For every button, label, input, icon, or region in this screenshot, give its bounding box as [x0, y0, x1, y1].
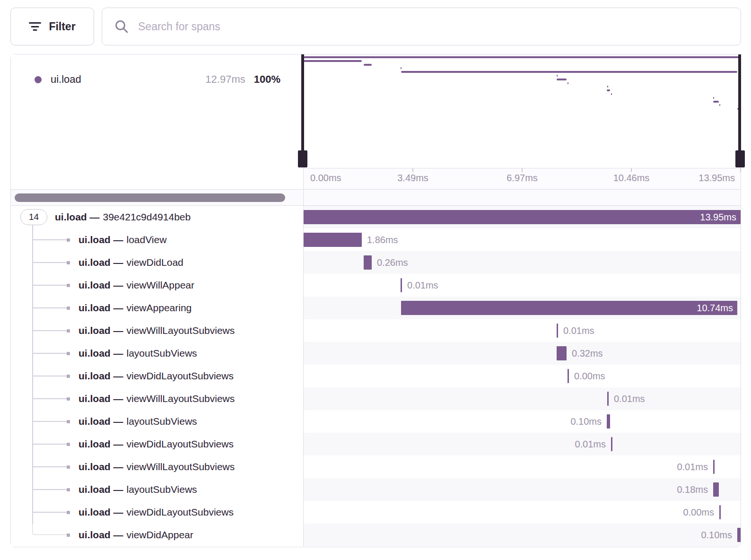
minimap-span-line	[401, 67, 402, 69]
span-op: ui.load —	[79, 484, 123, 495]
span-row[interactable]: ui.load —viewDidAppear0.10ms	[11, 524, 741, 546]
span-duration-label: 0.01ms	[614, 387, 645, 410]
tree-connector-branch	[32, 285, 69, 286]
span-description: viewWillAppear	[127, 280, 195, 291]
tree-connector-corner	[32, 523, 69, 535]
axis-tick-label: 3.49ms	[397, 173, 428, 184]
trace-minimap[interactable]: 0.00ms3.49ms6.97ms10.46ms13.95ms	[304, 54, 741, 189]
span-row[interactable]: ui.load —layoutSubViews0.10ms	[11, 410, 741, 433]
trace-panel: ui.load 12.97ms 100% 0.00ms3.49ms6.97ms1…	[10, 54, 741, 547]
span-row[interactable]: ui.load —viewDidLayoutSubviews0.00ms	[11, 365, 741, 387]
search-input[interactable]	[137, 20, 741, 34]
minimap-span-line	[719, 104, 720, 106]
span-tree-cell: ui.load —layoutSubViews	[11, 410, 304, 433]
span-tree-cell: ui.load —layoutSubViews	[11, 342, 304, 365]
op-color-dot	[35, 76, 42, 83]
span-row[interactable]: ui.load —viewAppearing10.74ms	[11, 297, 741, 319]
span-row[interactable]: ui.load —layoutSubViews0.18ms	[11, 478, 741, 501]
span-op: ui.load —	[79, 348, 123, 359]
span-row[interactable]: ui.load —viewDidLoad0.26ms	[11, 251, 741, 274]
span-description: viewWillLayoutSubviews	[127, 393, 235, 404]
span-description: layoutSubViews	[127, 416, 197, 427]
span-description: viewWillLayoutSubviews	[127, 461, 235, 472]
span-label: ui.load —viewAppearing	[79, 297, 192, 319]
span-bar-cell: 0.01ms	[304, 319, 741, 342]
tree-connector-dot	[67, 443, 70, 446]
tree-connector-dot	[67, 397, 70, 401]
span-bar[interactable]	[737, 528, 741, 542]
span-bar[interactable]	[557, 324, 558, 338]
span-op: ui.load —	[79, 257, 123, 268]
span-duration-label: 0.18ms	[677, 478, 708, 501]
op-name: ui.load	[51, 73, 81, 86]
span-bar[interactable]	[557, 346, 567, 360]
span-bar-cell: 0.10ms	[304, 410, 741, 433]
span-description: layoutSubViews	[127, 484, 197, 495]
span-bar[interactable]	[607, 392, 609, 406]
scrollbar-thumb[interactable]	[15, 193, 285, 202]
span-bar-cell: 0.32ms	[304, 342, 741, 365]
span-row[interactable]: ui.load —viewWillLayoutSubviews0.01ms	[11, 455, 741, 478]
span-bar[interactable]	[568, 369, 569, 383]
minimap-left-handle[interactable]	[298, 150, 307, 167]
span-row[interactable]: ui.load —loadView1.86ms	[11, 228, 741, 251]
minimap-span-line	[364, 64, 372, 66]
span-bar[interactable]	[611, 437, 612, 451]
filter-button[interactable]: Filter	[10, 8, 94, 45]
span-description: layoutSubViews	[127, 348, 197, 359]
span-duration-label: 0.01ms	[677, 455, 708, 478]
span-bar[interactable]	[401, 278, 402, 292]
span-duration-label: 0.32ms	[572, 342, 603, 365]
span-label: ui.load —viewWillLayoutSubviews	[79, 455, 235, 478]
span-row[interactable]: 14ui.load —39e421c9d4914beb13.95ms	[11, 206, 741, 228]
scrollbar-row	[11, 189, 741, 206]
tree-connector-branch	[32, 466, 69, 467]
span-row[interactable]: ui.load —layoutSubViews0.32ms	[11, 342, 741, 365]
axis-tick-mark	[412, 168, 413, 172]
minimap-span-line	[607, 86, 608, 88]
minimap-left-handle-line[interactable]	[301, 54, 304, 151]
span-bar[interactable]	[719, 505, 721, 519]
span-tree-cell: ui.load —viewWillLayoutSubviews	[11, 455, 304, 478]
span-tree-cell: ui.load —viewWillLayoutSubviews	[11, 319, 304, 342]
span-label: ui.load —viewWillLayoutSubviews	[79, 387, 235, 410]
span-row[interactable]: ui.load —viewDidLayoutSubviews0.01ms	[11, 433, 741, 455]
span-op: ui.load —	[79, 234, 123, 245]
span-row[interactable]: ui.load —viewWillLayoutSubviews0.01ms	[11, 387, 741, 410]
span-row[interactable]: ui.load —viewWillAppear0.01ms	[11, 274, 741, 297]
tree-connector-dot	[67, 465, 70, 469]
span-row[interactable]: ui.load —viewDidLayoutSubviews0.00ms	[11, 501, 741, 524]
scrollbar-row-spacer	[304, 190, 741, 205]
tree-connector-dot	[67, 306, 70, 310]
span-count-badge[interactable]: 14	[20, 209, 47, 225]
tree-connector-dot	[67, 511, 70, 514]
minimap-span-line	[611, 93, 612, 95]
span-description: viewDidLayoutSubviews	[127, 438, 234, 450]
tree-connector-branch	[32, 330, 69, 331]
span-tree-cell: 14ui.load —39e421c9d4914beb	[11, 206, 304, 228]
span-duration-label: 0.01ms	[563, 319, 594, 342]
span-bar-cell: 0.01ms	[304, 274, 741, 297]
minimap-right-handle[interactable]	[735, 150, 745, 167]
span-op: ui.load —	[79, 393, 123, 404]
span-description: viewDidLoad	[127, 257, 183, 268]
span-bar[interactable]: 10.74ms	[401, 301, 737, 315]
minimap-spans[interactable]	[304, 54, 741, 168]
span-bar[interactable]	[713, 460, 715, 474]
minimap-span-line	[557, 75, 558, 77]
span-bar[interactable]: 13.95ms	[304, 210, 741, 224]
span-op: ui.load —	[79, 529, 123, 541]
span-op: ui.load —	[79, 370, 123, 382]
span-row[interactable]: ui.load —viewWillLayoutSubviews0.01ms	[11, 319, 741, 342]
span-bar[interactable]	[713, 482, 719, 497]
span-bar[interactable]	[304, 233, 362, 247]
tree-scrollbar-track[interactable]	[11, 190, 304, 205]
search-box[interactable]	[102, 8, 741, 45]
span-label: ui.load —viewWillLayoutSubviews	[79, 319, 235, 342]
span-description: viewWillLayoutSubviews	[127, 325, 235, 336]
tree-connector-dot	[67, 420, 70, 423]
minimap-right-handle-line[interactable]	[738, 54, 741, 151]
axis-tick-label: 10.46ms	[613, 173, 650, 184]
span-bar[interactable]	[607, 414, 610, 429]
span-bar[interactable]	[364, 255, 372, 270]
